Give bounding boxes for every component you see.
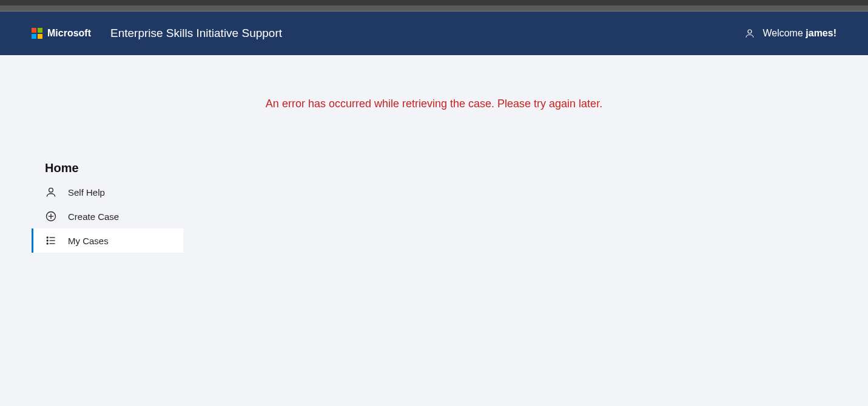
svg-point-7	[47, 243, 48, 244]
welcome-text: Welcome james!	[762, 28, 836, 39]
sidebar-item-create-case[interactable]: Create Case	[32, 204, 183, 228]
browser-chrome-sub	[0, 5, 868, 12]
error-message: An error has occurred while retrieving t…	[0, 55, 868, 110]
person-icon	[45, 186, 57, 198]
sidebar-item-my-cases[interactable]: My Cases	[32, 228, 183, 253]
sidebar-item-label: Self Help	[68, 187, 105, 198]
user-icon	[744, 28, 755, 39]
svg-point-6	[47, 240, 48, 241]
svg-point-1	[49, 188, 53, 192]
sidebar-item-label: Create Case	[68, 211, 119, 222]
microsoft-logo-icon	[32, 28, 42, 39]
app-header: Microsoft Enterprise Skills Initiative S…	[0, 12, 868, 55]
user-area[interactable]: Welcome james!	[744, 28, 836, 39]
sidebar-nav: Home Self Help Create Case	[32, 161, 183, 253]
microsoft-logo-text: Microsoft	[47, 28, 91, 39]
welcome-username: james!	[806, 28, 836, 38]
microsoft-logo[interactable]: Microsoft	[32, 28, 91, 39]
welcome-prefix: Welcome	[762, 28, 806, 38]
app-title[interactable]: Enterprise Skills Initiative Support	[110, 27, 282, 40]
plus-circle-icon	[45, 210, 57, 222]
sidebar-heading: Home	[32, 161, 183, 180]
svg-point-5	[47, 237, 48, 238]
browser-chrome-top	[0, 0, 868, 5]
list-icon	[45, 235, 57, 247]
header-left: Microsoft Enterprise Skills Initiative S…	[32, 27, 282, 40]
sidebar-item-self-help[interactable]: Self Help	[32, 180, 183, 204]
content-area: An error has occurred while retrieving t…	[0, 55, 868, 110]
sidebar-item-label: My Cases	[68, 236, 109, 246]
svg-point-0	[748, 30, 752, 33]
